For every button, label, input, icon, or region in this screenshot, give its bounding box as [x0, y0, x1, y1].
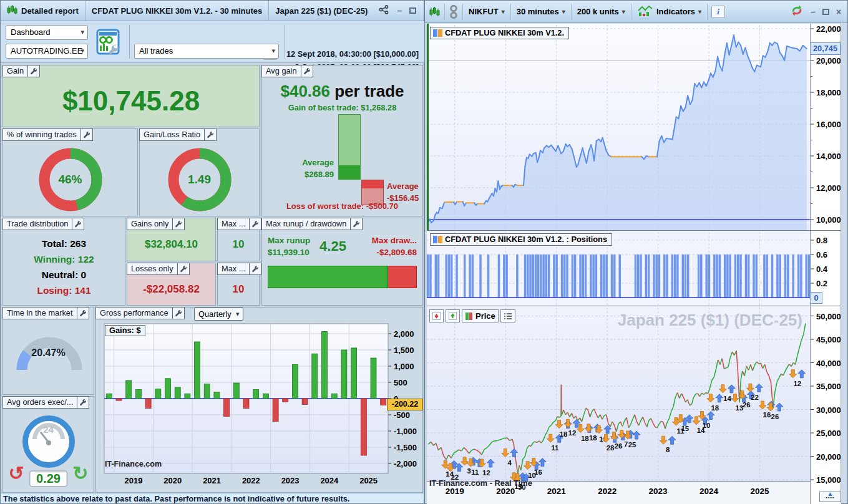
gain-loss-ratio-panel: Gain/Loss Ratio 1.49 [139, 128, 260, 216]
wrench-icon[interactable] [178, 263, 190, 275]
symbol-select[interactable]: NIKFUT▾ [463, 4, 511, 20]
svg-text:3: 3 [467, 467, 470, 475]
list-icon[interactable] [500, 309, 515, 322]
svg-text:18,000: 18,000 [816, 88, 841, 97]
svg-text:10,000: 10,000 [816, 215, 841, 225]
svg-text:25,000: 25,000 [816, 429, 841, 438]
wrench-icon[interactable] [72, 218, 84, 230]
sell-arrow-button[interactable] [429, 309, 444, 322]
chevron-down-icon: ▾ [502, 8, 505, 15]
svg-text:7: 7 [624, 440, 628, 448]
svg-text:4: 4 [508, 459, 512, 467]
svg-text:2,000: 2,000 [394, 329, 414, 339]
tab-report-label: Detailed report [21, 6, 79, 16]
view-select[interactable]: Dashboard▾ [6, 25, 88, 40]
period-start: 12 Sept 2018, 04:30:00 [$10,000.00] [286, 47, 419, 61]
max-losses-title: Max ... [217, 263, 250, 275]
tab-instrument[interactable]: Japan 225 ($1) (DEC-25) [269, 1, 374, 21]
max-runup-drawdown-panel: Max runup / drawdown Max runup$11,939.10… [261, 218, 423, 306]
svg-text:-1,000: -1,000 [394, 427, 417, 436]
avg-gain-suffix: per trade [330, 82, 404, 100]
svg-text:15,000: 15,000 [816, 475, 841, 485]
avg-orders-panel: Avg orders exec/... 24 ↺ ↻ 0.29 [2, 396, 94, 493]
svg-text:1,500: 1,500 [394, 346, 414, 355]
svg-text:16: 16 [534, 468, 542, 476]
wrench-icon[interactable] [205, 128, 217, 141]
wrench-icon[interactable] [301, 65, 313, 77]
buy-arrow-button[interactable] [446, 309, 460, 322]
svg-text:-2,000: -2,000 [394, 459, 417, 468]
wrench-icon[interactable] [250, 263, 261, 275]
minimize-button[interactable]: – [808, 7, 818, 17]
runup-title: Max runup / drawdown [261, 218, 351, 230]
svg-text:26: 26 [615, 442, 623, 450]
magnet-icon[interactable] [445, 4, 463, 20]
report-toolbar: Dashboard▾ AUTOTRADING.EE▾ CFDAT PLUG NI… [1, 21, 425, 63]
indicators-menu[interactable]: Indicators▾ [631, 4, 708, 20]
losses-only-title: Losses only [127, 263, 178, 275]
status-bar: The statistics above relate to past data… [1, 493, 424, 503]
maximize-button[interactable] [822, 9, 829, 15]
info-button[interactable]: i [711, 6, 725, 18]
chevron-down-icon: ▾ [80, 28, 84, 36]
price-series-label[interactable]: Price [462, 309, 499, 322]
wrench-icon[interactable] [173, 307, 185, 319]
tab-strategy[interactable]: CFDAT PLUG NIKKEI 30m V1.2. - 30 minutes [85, 1, 270, 21]
tab-detailed-report[interactable]: Detailed report [1, 1, 85, 21]
red-ccw-arrow-icon: ↺ [9, 462, 24, 484]
price-chart[interactable]: 201920202021202220232024202550,00045,000… [427, 306, 841, 504]
svg-text:-1,500: -1,500 [394, 443, 417, 452]
positions-swatch-orange [438, 236, 442, 243]
svg-text:28: 28 [607, 444, 615, 452]
svg-text:0.4: 0.4 [816, 264, 828, 274]
svg-text:11: 11 [471, 468, 479, 476]
share-icon[interactable] [379, 5, 389, 16]
avg-gain-graph: Average$268.89 Average-$156.45 [262, 112, 422, 205]
max-consecutive-losses-panel: Max ... 10 [217, 263, 260, 306]
avg-orders-title: Avg orders exec/... [2, 396, 77, 409]
svg-text:22: 22 [751, 394, 759, 401]
svg-text:20,000: 20,000 [816, 56, 841, 65]
orders-list-button[interactable]: ▲▪▪▪▪ [819, 492, 841, 502]
wrench-icon[interactable] [351, 218, 363, 230]
instrument-watermark: Japan 225 ($1) (DEC-25) [618, 311, 802, 330]
svg-text:8: 8 [666, 446, 670, 453]
close-button[interactable]: × [834, 7, 844, 17]
report-settings-icon[interactable] [96, 29, 121, 57]
svg-text:2022: 2022 [598, 487, 617, 496]
positions-zero-value: 0 [810, 292, 822, 304]
series-label: Gains: $ [105, 325, 145, 336]
svg-text:2020: 2020 [163, 476, 182, 485]
gain-loss-ratio-donut: 1.49 [163, 143, 236, 216]
trades-filter-select[interactable]: All trades▾ [134, 44, 279, 59]
wrench-icon[interactable] [28, 65, 40, 77]
wrench-icon[interactable] [81, 128, 93, 141]
wrench-icon[interactable] [250, 218, 261, 230]
timeframe-select[interactable]: 30 minutes▾ [511, 4, 572, 20]
svg-text:25: 25 [628, 441, 636, 448]
chart-toolbar: NIKFUT▾ 30 minutes▾ 200 k units▾ Indicat… [425, 1, 847, 23]
wrench-icon[interactable] [77, 396, 89, 409]
svg-text:35,000: 35,000 [816, 382, 841, 391]
wrench-icon[interactable] [77, 307, 89, 319]
gains-only-panel: Gains only $32,804.10 [127, 218, 216, 261]
candles-icon[interactable] [425, 4, 445, 20]
svg-text:12,000: 12,000 [816, 183, 841, 193]
account-select[interactable]: AUTOTRADING.EE▾ [6, 44, 88, 59]
svg-text:2024: 2024 [320, 476, 339, 485]
equity-chart[interactable]: 22,00020,00018,00016,00014,00012,00010,0… [427, 24, 841, 231]
refresh-icon[interactable] [790, 4, 804, 19]
svg-text:12: 12 [793, 380, 801, 387]
units-select[interactable]: 200 k units▾ [572, 4, 631, 20]
period-select[interactable]: Quarterly▾ [194, 308, 243, 321]
minimize-button[interactable]: – [394, 6, 404, 16]
svg-text:12: 12 [482, 469, 490, 477]
worst-trade-label: Loss of worst trade: -$500.70 [262, 201, 422, 211]
maximize-button[interactable] [409, 7, 416, 14]
wrench-icon[interactable] [173, 218, 185, 230]
svg-text:-500: -500 [394, 410, 410, 420]
candles-icon [7, 4, 17, 17]
svg-text:0.2: 0.2 [816, 279, 827, 288]
gain-loss-ratio-title: Gain/Loss Ratio [139, 128, 205, 141]
losses-only-value: -$22,058.82 [127, 283, 215, 296]
